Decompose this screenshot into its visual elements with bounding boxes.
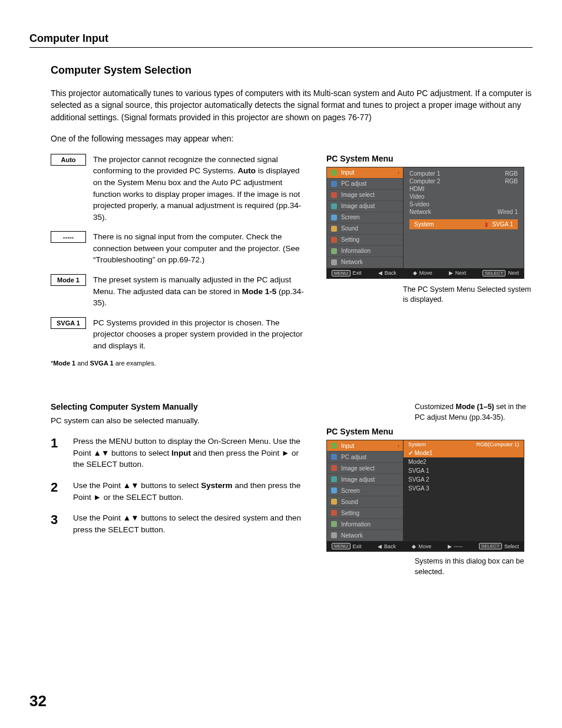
osd-menu-label: Input (341, 169, 354, 176)
left-triangle-icon: ◀ (378, 270, 382, 276)
step-row: 3 Use the Point ▲▼ buttons to select the… (51, 512, 310, 535)
svg-rect-0 (331, 170, 337, 176)
menu-badge-icon: MENU (332, 543, 351, 549)
osd-menu-item: Image select (327, 463, 403, 474)
definition-text: There is no signal input from the comput… (93, 231, 310, 266)
step-text: Use the Point ▲▼ buttons to select Syste… (73, 480, 310, 503)
updown-triangle-icon: ◆ (412, 543, 416, 549)
menu-item-icon (330, 203, 338, 210)
svg-rect-10 (331, 454, 337, 460)
menu-item-icon (330, 192, 338, 199)
footer-move: Move (419, 270, 432, 276)
left-triangle-icon: ◀ (378, 543, 382, 549)
footer2-dash: ----- (454, 543, 463, 549)
menu2-heading: PC System Menu (326, 427, 394, 436)
menu-item-icon (330, 476, 338, 483)
osd-menu-item: Information (327, 519, 403, 530)
updown-triangle-icon: ◆ (413, 270, 417, 276)
svg-rect-6 (331, 237, 337, 243)
svg-rect-2 (331, 192, 337, 198)
osd-system-option: SVGA 1 (404, 466, 524, 475)
manual-heading: Selecting Computer System Manually (51, 402, 310, 411)
menu-item-icon (330, 487, 338, 494)
menu-item-icon (330, 259, 338, 266)
osd-menu-item: Network (327, 530, 403, 541)
menu-item-icon (330, 465, 338, 472)
pc-system-menu-2: Input‹PC adjustImage selectImage adjustS… (326, 440, 524, 552)
osd-menu-label: Screen (341, 214, 360, 220)
definition-label: Mode 1 (51, 274, 86, 286)
svg-rect-14 (331, 499, 337, 505)
svg-rect-1 (331, 181, 337, 187)
menu-item-icon (330, 453, 338, 460)
footer-next2: Next (508, 270, 519, 276)
svg-rect-12 (331, 476, 337, 482)
osd-value-row: HDMI (409, 185, 518, 193)
osd-system-option: Mode2 (404, 457, 524, 466)
menu-item-icon (330, 169, 338, 176)
menu-item-icon (330, 248, 338, 255)
menu-item-icon (330, 214, 338, 221)
osd-menu-item: Setting (327, 508, 403, 519)
osd2-head-b: RGB(Computer 1) (476, 442, 519, 447)
osd-menu-label: Sound (341, 499, 358, 505)
menu-item-icon (330, 442, 338, 449)
osd-menu-item: Setting (327, 235, 403, 246)
manual-sub: PC system can also be selected manually. (51, 416, 310, 425)
osd-menu-label: Image adjust (341, 476, 375, 483)
osd-menu-label: Network (341, 259, 363, 265)
definition-row: ----- There is no signal input from the … (51, 231, 310, 266)
osd-menu-item: Image adjust (327, 474, 403, 485)
step-text: Use the Point ▲▼ buttons to select the d… (73, 512, 310, 535)
osd-menu-item: Input‹ (327, 167, 403, 179)
osd-menu-label: Image select (341, 192, 375, 198)
svg-rect-15 (331, 510, 337, 516)
footer2-move: Move (418, 543, 431, 549)
osd-menu-item: Information (327, 246, 403, 257)
step-number: 2 (51, 480, 64, 503)
osd-menu-label: Information (341, 521, 371, 528)
osd-menu-label: Setting (341, 236, 359, 243)
osd-menu-item: Image adjust (327, 201, 403, 212)
osd-menu-item: Sound (327, 496, 403, 508)
osd-menu-item: PC adjust (327, 452, 403, 463)
menu1-caption: The PC System Menu Selected system is di… (326, 285, 533, 305)
menu-item-icon (330, 236, 338, 243)
osd-value-row: Computer 1RGB (409, 170, 518, 177)
menu-item-icon (330, 180, 338, 187)
caret-left-icon: ‹ (398, 169, 399, 176)
osd-menu-item: Input‹ (327, 440, 403, 452)
step-number: 3 (51, 512, 64, 535)
osd-menu-item: Screen (327, 212, 403, 223)
svg-rect-17 (331, 532, 337, 538)
svg-rect-7 (331, 248, 337, 254)
osd-menu-item: PC adjust (327, 179, 403, 190)
osd-menu-label: Image adjust (341, 203, 375, 209)
svg-rect-8 (331, 259, 337, 265)
definition-text: The projector cannot recognize the conne… (93, 154, 310, 223)
section-header: Computer Input (29, 32, 533, 48)
definition-text: PC Systems provided in this projector is… (93, 317, 310, 352)
menu-item-icon (330, 498, 338, 505)
page-title: Computer System Selection (51, 64, 533, 77)
step-row: 2 Use the Point ▲▼ buttons to select Sys… (51, 480, 310, 503)
footer-exit: Exit (353, 270, 362, 276)
step-row: 1 Press the MENU button to display the O… (51, 436, 310, 470)
definition-row: Auto The projector cannot recognize the … (51, 154, 310, 223)
menu2-caption: Systems in this dialog box can be select… (326, 556, 533, 577)
menu-item-icon (330, 509, 338, 516)
definition-label: ----- (51, 231, 86, 243)
right-triangle-icon: ▶ (448, 543, 452, 549)
menu2-top-caption: Customized Mode (1–5) set in the PC adju… (326, 402, 533, 423)
osd-menu-label: Image select (341, 465, 375, 472)
osd-menu-label: PC adjust (341, 180, 366, 187)
lead-in: One of the following messages may appear… (51, 134, 533, 143)
footer2-exit: Exit (353, 543, 362, 549)
menu-item-icon (330, 532, 338, 539)
menu-item-icon (330, 521, 338, 528)
osd-value-row: NetworkWired 1 (409, 208, 518, 216)
definition-label: Auto (51, 154, 86, 166)
svg-rect-3 (331, 203, 337, 209)
definition-text: The preset system is manually adjusted i… (93, 274, 310, 309)
page-number: 32 (29, 692, 47, 710)
